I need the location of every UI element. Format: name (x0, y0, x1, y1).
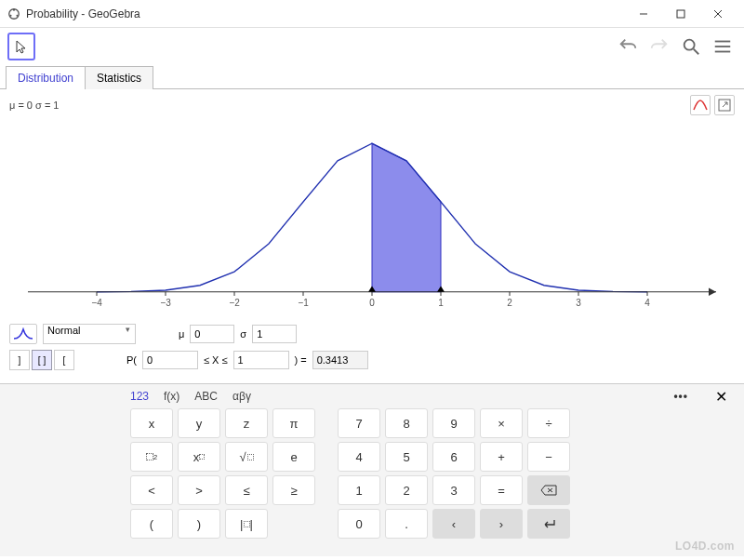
prob-prefix: P( (126, 354, 137, 366)
key-0[interactable]: 0 (338, 509, 380, 539)
left-sided-interval-button[interactable]: [ (54, 350, 74, 370)
key-1[interactable]: 1 (338, 475, 380, 505)
app-icon (7, 7, 20, 20)
svg-line-9 (694, 49, 699, 55)
window-close-button[interactable] (699, 1, 737, 27)
key-×[interactable]: × (480, 408, 523, 438)
two-sided-interval-button[interactable]: [ ] (32, 350, 52, 370)
key-6[interactable]: 6 (432, 442, 475, 472)
main-toolbar (0, 28, 744, 65)
prob-suffix: ) = (295, 354, 307, 366)
key-π[interactable]: π (272, 408, 315, 438)
watermark: LO4D.com (675, 540, 735, 553)
keyboard-more-button[interactable]: ••• (673, 390, 688, 403)
distribution-shape-button[interactable] (9, 324, 37, 344)
key-8[interactable]: 8 (385, 408, 428, 438)
distribution-chart: −4−3−2−101234 (0, 121, 744, 316)
key-x▫[interactable]: x (178, 442, 220, 472)
key-e[interactable]: e (272, 442, 315, 472)
distribution-controls: Normal μ 0 σ 1 ] [ ] [ P( 0 ≤ X ≤ 1 ) = … (0, 316, 744, 383)
distribution-select[interactable]: Normal (43, 324, 136, 344)
prob-relation: ≤ X ≤ (204, 354, 228, 366)
key-z[interactable]: z (225, 408, 268, 438)
svg-point-2 (16, 14, 18, 16)
undo-button[interactable] (614, 33, 642, 60)
interval-type-buttons: ] [ ] [ (9, 350, 74, 370)
mu-input[interactable]: 0 (190, 325, 234, 343)
key-√▫[interactable]: √ (225, 442, 268, 472)
svg-text:4: 4 (644, 298, 650, 308)
window-maximize-button[interactable] (662, 1, 699, 27)
move-tool-button[interactable] (7, 33, 35, 60)
keyboard-tab-numeric[interactable]: 123 (130, 390, 149, 403)
parameters-summary-row: μ = 0 σ = 1 (0, 89, 744, 121)
mu-label: μ (179, 328, 184, 340)
svg-text:−3: −3 (160, 298, 171, 308)
tab-statistics[interactable]: Statistics (85, 66, 153, 89)
svg-text:−2: −2 (229, 298, 240, 308)
svg-point-8 (684, 40, 695, 50)
svg-point-1 (9, 14, 11, 16)
export-view-button[interactable] (714, 95, 735, 115)
key-=[interactable]: = (480, 475, 523, 505)
key-)[interactable]: ) (178, 509, 220, 539)
key-<[interactable]: < (130, 475, 173, 505)
key-|▫|[interactable]: || (225, 509, 268, 539)
keyboard-tab-greek[interactable]: αβγ (232, 390, 251, 403)
keyboard-tab-functions[interactable]: f(x) (164, 390, 179, 403)
svg-text:3: 3 (576, 298, 581, 308)
probability-result: 0.3413 (312, 351, 368, 369)
window-title: Probability - GeoGebra (26, 7, 140, 20)
key->[interactable]: > (178, 475, 220, 505)
key-y[interactable]: y (178, 408, 220, 438)
key-≤[interactable]: ≤ (225, 475, 268, 505)
svg-point-3 (13, 8, 15, 10)
keyboard-tab-abc[interactable]: ABC (194, 390, 218, 403)
svg-rect-5 (677, 10, 684, 18)
sigma-input[interactable]: 1 (252, 325, 297, 343)
key-3[interactable]: 3 (432, 475, 475, 505)
parameters-summary: μ = 0 σ = 1 (9, 100, 60, 111)
key-⌫[interactable] (527, 475, 570, 505)
tab-distribution[interactable]: Distribution (6, 66, 86, 89)
key-7[interactable]: 7 (338, 408, 380, 438)
right-sided-interval-button[interactable]: ] (9, 350, 30, 370)
key-‹[interactable]: ‹ (432, 509, 475, 539)
svg-text:−4: −4 (91, 298, 102, 308)
view-tabs: Distribution Statistics (0, 65, 744, 89)
key-−[interactable]: − (527, 442, 570, 472)
lower-bound-input[interactable]: 0 (142, 351, 198, 369)
key-≥[interactable]: ≥ (272, 475, 315, 505)
upper-bound-input[interactable]: 1 (233, 351, 289, 369)
sigma-label: σ (240, 328, 246, 340)
menu-button[interactable] (709, 33, 737, 60)
redo-button[interactable] (645, 33, 673, 60)
key-.[interactable]: . (385, 509, 428, 539)
keyboard-close-button[interactable]: ✕ (715, 388, 727, 406)
search-button[interactable] (677, 33, 705, 60)
key-x[interactable]: x (130, 408, 173, 438)
key-+[interactable]: + (480, 442, 523, 472)
key-5[interactable]: 5 (385, 442, 428, 472)
key-›[interactable]: › (480, 509, 523, 539)
window-titlebar: Probability - GeoGebra (0, 0, 744, 28)
svg-text:−1: −1 (298, 298, 309, 308)
svg-text:0: 0 (369, 298, 375, 308)
toggle-curve-button[interactable] (690, 95, 711, 115)
key-2[interactable]: 2 (385, 475, 428, 505)
key-÷[interactable]: ÷ (527, 408, 570, 438)
window-minimize-button[interactable] (625, 1, 662, 27)
key-9[interactable]: 9 (432, 408, 475, 438)
key-↵[interactable] (527, 509, 570, 539)
svg-text:2: 2 (507, 298, 512, 308)
virtual-keyboard: 123 f(x) ABC αβγ ••• ✕ xyzπ789×÷2x√e456+… (0, 383, 744, 556)
svg-text:1: 1 (438, 298, 444, 308)
key-4[interactable]: 4 (338, 442, 380, 472)
key-([interactable]: ( (130, 509, 173, 539)
key-▫²[interactable]: 2 (130, 442, 173, 472)
